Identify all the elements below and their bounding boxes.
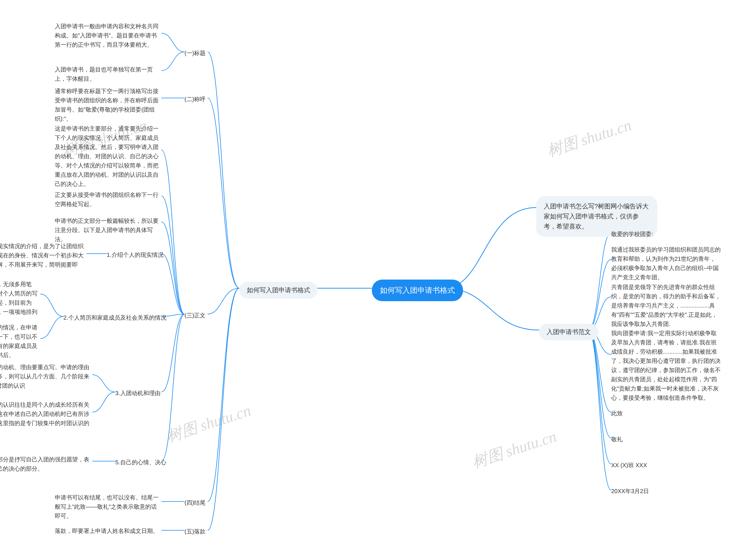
s3-p5-text: 这一部分是抒写自己入团的强烈愿望，表达自己的决心的部分。 — [0, 455, 92, 473]
s3-p3-textb: 对团的认识往往是同个人的成长经历有关的，这在申述自己的入团动机时已有所涉及。这里… — [0, 400, 92, 437]
s4-leaf-a: 申请书可以有结尾，也可以没有。结尾一般写上"此致——敬礼"之类表示敬意的话即可。 — [55, 493, 161, 521]
section-1-label[interactable]: (一)标题 — [184, 48, 206, 58]
s3-p2-textb: 主要家庭成员及社会关系的情况，在申请书正文中可以简单地介绍一下，也可以不写，要视… — [0, 323, 40, 360]
s5-leaf-a: 落款，即要署上申请人姓名和成文日期。 — [55, 526, 161, 536]
s2-leaf-a: 通常称呼要在标题下空一两行顶格写出接受申请书的团组织的名称，并在称呼后面加冒号。… — [55, 86, 161, 123]
watermark: 树图 shutu.cn — [164, 400, 254, 447]
s3-leaf-a: 这是申请书的主要部分，通常要先介绍一下个人的现实情况、个人简历、家庭成员及社会关… — [55, 124, 161, 188]
right-l2: 我通过我班委员的学习团组织和团员同志的教育和帮助，认为到作为21世纪的青年，必须… — [611, 245, 721, 282]
section-2-label[interactable]: (二)称呼 — [184, 94, 206, 104]
s3-p3-label[interactable]: 3.入团动机和理由 — [115, 389, 160, 398]
right-l8: 20XX年3月2日 — [611, 487, 721, 496]
right-l1: 敬爱的学校团委: — [611, 229, 721, 238]
right-l4: 我向团委申请:我一定用实际行动积极争取及早加入共青团，请考验，请批准.我在班成绩… — [611, 329, 721, 402]
right-l3: 共青团是党领导下的先进青年的群众性组织，是党的可靠的，得力的助手和后备军，是培养… — [611, 283, 721, 329]
s3-leaf-b: 正文要从接受申请书的团组织名称下一行空两格处写起。 — [55, 190, 161, 209]
right-l6: 敬礼 — [611, 435, 721, 444]
root-node[interactable]: 如何写入团申请书格式 — [372, 279, 463, 301]
section-5-label[interactable]: (五)落款 — [184, 527, 206, 536]
watermark: 树图 shutu.cn — [470, 426, 559, 473]
s3-p2-label[interactable]: 2.个人简历和家庭成员及社会关系的情况 — [63, 313, 166, 322]
s3-p5-label[interactable]: 5.自己的心情、决心 — [115, 458, 166, 467]
right-l7: XX (X)班 XXX — [611, 461, 721, 470]
s3-p1-label[interactable]: 1.介绍个人的现实情况 — [107, 250, 163, 259]
right-branch[interactable]: 入团申请书范文 — [539, 324, 599, 341]
s3-p1-text: 对个人现实情况的介绍，是为了让团组织对自己现在的身份、情况有一个初步和大致的了解… — [0, 241, 86, 278]
section-3-label[interactable]: (三)正文 — [184, 311, 206, 320]
s1-leaf-a: 入团申请书一般由申请内容和文种名共同构成。如"入团申请书"。题目要在申请书第一行… — [55, 22, 161, 49]
s3-p3-texta: 入团的动机、理由要重点写。申请的理由比较多，则可以从几个方面、几个阶段来写4.对… — [0, 363, 92, 390]
s3-leaf-c: 申请书的正文部分一般篇幅较长，所以要注意分段。以下是入团申请书的具体写法。 — [55, 216, 161, 244]
s3-p2-texta: 这一部分的内容也要简单，无须多用笔墨，但也必须清楚明白。对个人简历的写法，一般要… — [0, 279, 40, 326]
s1-leaf-b: 入团申请书，题目也可单独写在第一页上，字体醒目。 — [55, 65, 161, 83]
watermark: 树图 shutu.cn — [544, 115, 634, 162]
section-4-label[interactable]: (四)结尾 — [184, 498, 206, 507]
left-branch[interactable]: 如何写入团申请书格式 — [239, 282, 318, 299]
right-l5: 此致 — [611, 409, 721, 418]
